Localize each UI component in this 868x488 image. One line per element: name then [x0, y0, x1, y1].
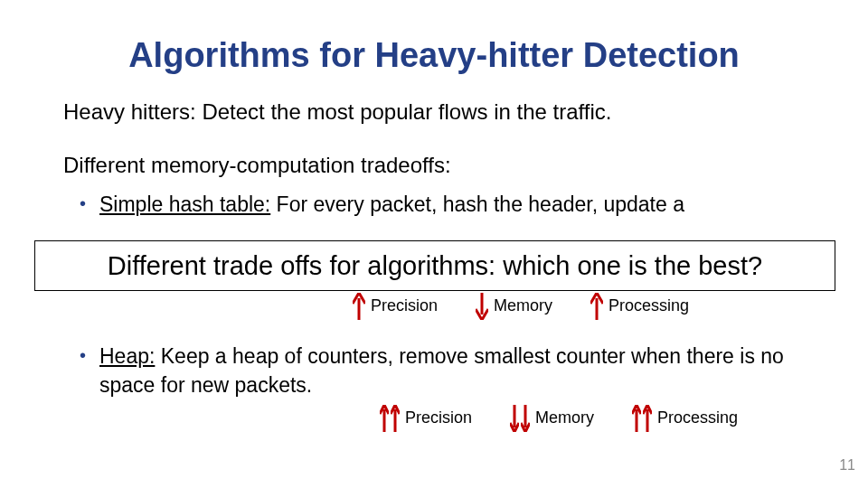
bullet-text: Simple hash table: For every packet, has…: [99, 192, 684, 216]
tradeoffs-heading: Different memory-computation tradeoffs:: [63, 151, 805, 179]
arrow-up-icon: [590, 293, 603, 320]
metric-label: Memory: [535, 408, 594, 428]
bullet-label: Heap:: [99, 344, 155, 368]
overlay-box: Different trade offs for algorithms: whi…: [34, 240, 835, 291]
arrow-up-icon: [353, 293, 365, 320]
metric-label: Precision: [371, 296, 438, 316]
bullet-heap: • Heap: Keep a heap of counters, remove …: [99, 342, 805, 432]
metric-label: Precision: [405, 408, 472, 428]
arrow-down-icon: [476, 293, 488, 320]
bullet-text: Heap: Keep a heap of counters, remove sm…: [99, 344, 784, 397]
metric-memory: Memory: [476, 293, 552, 320]
slide-title: Algorithms for Heavy-hitter Detection: [0, 36, 868, 75]
metric-memory: Memory: [510, 405, 594, 432]
metric-label: Processing: [609, 296, 689, 316]
metric-label: Processing: [657, 408, 738, 428]
metric-processing: Processing: [590, 293, 689, 320]
page-number: 11: [839, 457, 855, 474]
bullet-label: Simple hash table:: [99, 192, 270, 216]
bullet-dot-icon: •: [80, 192, 86, 215]
double-arrow-down-icon: [510, 405, 530, 432]
bullet-list: • Simple hash table: For every packet, h…: [99, 190, 805, 432]
metric-label: Memory: [494, 296, 552, 316]
metric-precision: Precision: [353, 293, 438, 320]
slide: Algorithms for Heavy-hitter Detection He…: [0, 0, 868, 488]
overlay-text: Different trade offs for algorithms: whi…: [108, 251, 762, 281]
intro-text: Heavy hitters: Detect the most popular f…: [63, 98, 805, 126]
metrics-row-heap: Precision Memory Pro: [380, 405, 805, 432]
metric-processing: Processing: [632, 405, 738, 432]
double-arrow-up-icon: [380, 405, 400, 432]
metrics-row-sketch: Precision Memory Processing: [353, 293, 805, 320]
bullet-dot-icon: •: [80, 343, 86, 367]
double-arrow-up-icon: [632, 405, 652, 432]
metric-precision: Precision: [380, 405, 472, 432]
bullet-hash-table: • Simple hash table: For every packet, h…: [99, 190, 805, 219]
